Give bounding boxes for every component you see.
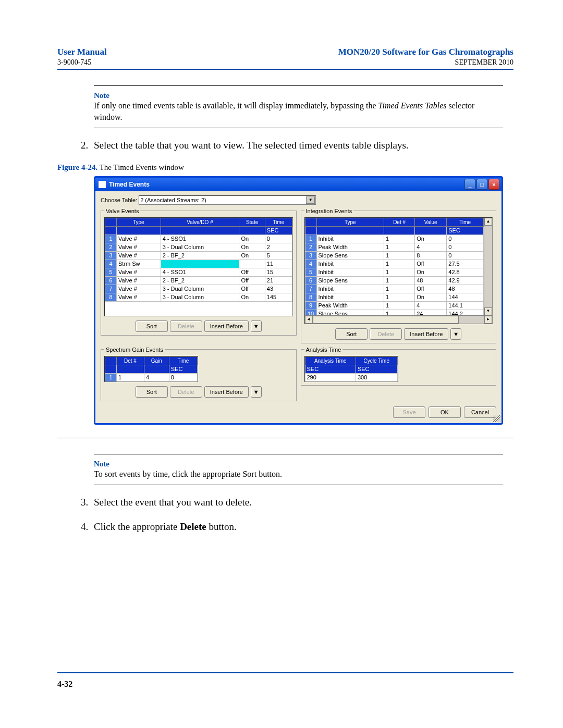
table-row[interactable]: 7Inhibit1Off48 [305,285,484,293]
column-header[interactable]: Time [265,218,292,226]
choose-table-dropdown[interactable]: 2 (Associated Streams: 2) [139,195,316,205]
figure-caption: Figure 4-24. The Timed Events window [57,163,513,172]
save-button[interactable]: Save [393,406,425,418]
integration-delete-button[interactable]: Delete [370,328,402,340]
scroll-right-icon[interactable]: ► [484,316,492,324]
table-row[interactable]: 3Valve #2 - BF_2On5 [105,251,292,260]
gain-insert-dropdown[interactable]: ▼ [251,386,262,398]
table-row[interactable]: 3Slope Sens180 [305,251,484,260]
timed-events-window: Timed Events _ □ × Choose Table: 2 (Asso… [94,176,503,425]
header-left: User Manual [57,47,107,57]
page-number: 4-32 [57,680,72,689]
table-row[interactable]: 290300 [305,373,397,381]
ok-button[interactable]: OK [429,406,461,418]
table-row[interactable]: 1140 [105,373,198,381]
valve-events-fieldset: Valve Events TypeValve/DO #StateTimeSEC1… [101,208,297,336]
scroll-up-icon[interactable]: ▲ [484,218,492,226]
choose-table-row: Choose Table: 2 (Associated Streams: 2) [101,195,496,205]
table-row[interactable]: 8Valve #3 - Dual ColumnOn145 [105,293,292,301]
analysis-time-fieldset: Analysis Time Analysis TimeCycle TimeSEC… [301,347,497,386]
table-row[interactable]: 5Valve #4 - SSO1Off15 [105,268,292,276]
valve-events-legend: Valve Events [104,208,140,214]
column-header[interactable] [305,218,316,226]
table-row[interactable]: 4Strm Sw11 [105,260,292,268]
spectrum-gain-grid[interactable]: Det #GainTimeSEC1140 [104,356,198,382]
scroll-left-icon[interactable]: ◄ [305,316,313,324]
note-label: Note [94,91,503,100]
integration-insert-before-button[interactable]: Insert Before [404,328,448,340]
valve-insert-dropdown[interactable]: ▼ [251,320,262,332]
column-header[interactable] [105,356,117,365]
gain-insert-before-button[interactable]: Insert Before [204,386,249,398]
table-row[interactable]: 1Inhibit1On0 [305,235,484,243]
choose-table-label: Choose Table: [101,197,137,203]
note2-text: To sort events by time, click the approp… [94,468,503,480]
column-header[interactable]: Type [117,218,161,226]
analysis-time-legend: Analysis Time [304,347,343,353]
step-3: 3. Select the event that you want to del… [81,496,513,510]
gain-sort-button[interactable]: Sort [136,386,168,398]
table-row[interactable]: 2Peak Width140 [305,243,484,251]
table-row[interactable]: 1Valve #4 - SSO1On0 [105,235,292,243]
table-row[interactable]: 7Valve #3 - Dual ColumnOff43 [105,285,292,293]
integration-events-grid[interactable]: TypeDet #ValueTimeSEC1Inhibit1On02Peak W… [304,217,493,324]
note-rule-bottom [94,128,503,128]
table-row[interactable]: 8Inhibit1On144 [305,293,484,301]
column-header[interactable]: Det # [384,218,415,226]
integration-events-fieldset: Integration Events TypeDet #ValueTimeSEC… [301,208,497,343]
table-row[interactable]: 10Slope Sens124144.2 [305,310,484,315]
valve-delete-button[interactable]: Delete [170,320,202,332]
header-right: MON20/20 Software for Gas Chromatographs [338,47,513,57]
spectrum-gain-legend: Spectrum Gain Events [104,347,165,353]
integration-insert-dropdown[interactable]: ▼ [450,328,461,340]
table-row[interactable]: 6Valve #2 - BF_2Off21 [105,276,292,285]
window-title: Timed Events [109,181,464,188]
table-row[interactable]: 4Inhibit1Off27.5 [305,260,484,268]
note-rule-top [94,85,503,86]
minimize-button[interactable]: _ [464,179,475,190]
valve-insert-before-button[interactable]: Insert Before [204,320,249,332]
column-header[interactable]: State [239,218,265,226]
body-rule [57,438,513,438]
step-2: 2. Select the table that you want to vie… [81,139,513,153]
table-row[interactable]: 6Slope Sens14842.9 [305,276,484,285]
table-row[interactable]: 2Valve #3 - Dual ColumnOn2 [105,243,292,251]
close-button[interactable]: × [488,179,499,190]
column-header[interactable]: Cycle Time [356,356,397,365]
integration-sort-button[interactable]: Sort [335,328,368,340]
column-header[interactable]: Valve/DO # [161,218,239,226]
integration-horizontal-scrollbar[interactable]: ◄ ► [305,315,493,324]
column-header[interactable]: Time [447,218,484,226]
resize-grip-icon[interactable] [493,415,500,422]
titlebar[interactable]: Timed Events _ □ × [95,178,501,191]
valve-sort-button[interactable]: Sort [136,320,168,332]
note2-rule-top [94,454,503,454]
integration-events-legend: Integration Events [304,208,354,214]
table-row[interactable]: 5Inhibit1On42.8 [305,268,484,276]
column-header[interactable]: Gain [144,356,169,365]
scrollbar-thumb[interactable] [313,316,459,324]
column-header[interactable]: Time [169,356,197,365]
note2-label: Note [94,460,503,468]
maximize-button[interactable]: □ [476,179,487,190]
note2-rule-bottom [94,485,503,485]
footer-rule [57,672,513,673]
note1-text: If only one timed events table is availa… [94,100,503,122]
cancel-button[interactable]: Cancel [464,406,496,418]
column-header[interactable] [105,218,117,226]
gain-delete-button[interactable]: Delete [170,386,202,398]
column-header[interactable]: Det # [117,356,144,365]
valve-events-grid[interactable]: TypeValve/DO #StateTimeSEC1Valve #4 - SS… [104,217,293,316]
table-row[interactable]: 9Peak Width14144.1 [305,301,484,310]
spectrum-gain-fieldset: Spectrum Gain Events Det #GainTimeSEC114… [101,347,297,401]
integration-vertical-scrollbar[interactable]: ▲ ▼ [484,218,492,315]
header-subright: SEPTEMBER 2010 [455,58,513,67]
app-icon [99,181,106,188]
column-header[interactable]: Value [415,218,447,226]
scroll-down-icon[interactable]: ▼ [484,307,492,315]
step-4: 4. Click the appropriate Delete button. [81,520,513,534]
column-header[interactable]: Analysis Time [305,356,356,365]
header-rule [57,69,513,70]
column-header[interactable]: Type [316,218,384,226]
analysis-time-grid[interactable]: Analysis TimeCycle TimeSECSEC290300 [304,356,398,382]
